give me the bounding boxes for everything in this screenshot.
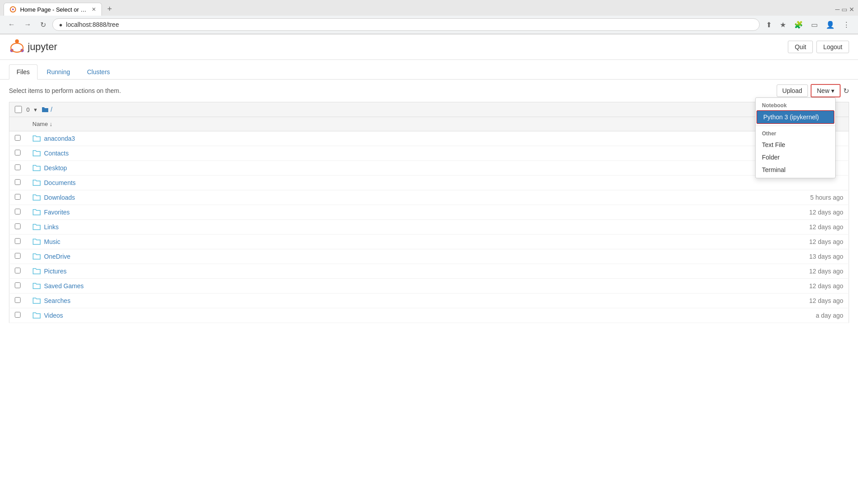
file-name: Links xyxy=(44,223,59,231)
jupyter-header-actions: Quit Logout xyxy=(788,41,849,53)
python3-option[interactable]: Python 3 (ipykernel) xyxy=(757,110,834,124)
dropdown-arrow[interactable]: ▾ xyxy=(34,106,37,113)
name-column-header[interactable]: Name ↓ xyxy=(27,117,699,131)
table-row: Music 12 days ago xyxy=(9,235,849,249)
text-file-option[interactable]: Text File xyxy=(756,139,835,151)
file-name-cell[interactable]: Documents xyxy=(33,179,694,186)
select-all-checkbox[interactable] xyxy=(15,106,22,113)
file-checkbox[interactable] xyxy=(15,238,21,244)
folder-breadcrumb-icon xyxy=(42,106,49,113)
file-name-cell[interactable]: Videos xyxy=(33,312,694,319)
jupyter-toolbar: Select items to perform actions on them.… xyxy=(0,80,858,102)
file-name: Videos xyxy=(44,312,63,319)
active-tab[interactable]: Home Page - Select or create a n ✕ xyxy=(4,3,102,16)
file-checkbox[interactable] xyxy=(15,150,21,155)
table-row: Desktop xyxy=(9,161,849,176)
folder-icon xyxy=(33,238,41,245)
new-button-arrow: ▾ xyxy=(831,87,834,94)
file-name-cell[interactable]: Favorites xyxy=(33,209,694,216)
new-button[interactable]: New ▾ xyxy=(811,84,841,97)
file-name-cell[interactable]: Desktop xyxy=(33,164,694,172)
file-checkbox[interactable] xyxy=(15,209,21,214)
file-name-cell[interactable]: Music xyxy=(33,238,694,245)
file-checkbox[interactable] xyxy=(15,253,21,259)
table-row: Downloads 5 hours ago xyxy=(9,190,849,205)
terminal-option[interactable]: Terminal xyxy=(756,164,835,176)
toolbar-right: Upload New ▾ ↻ Notebook Python 3 (ipyker… xyxy=(777,84,849,97)
minimize-button[interactable]: ─ xyxy=(835,6,840,13)
table-row: Searches 12 days ago xyxy=(9,294,849,308)
file-checkbox[interactable] xyxy=(15,194,21,200)
jupyter-logo: jupyter xyxy=(9,39,57,55)
folder-option[interactable]: Folder xyxy=(756,151,835,164)
folder-icon xyxy=(33,268,41,275)
file-checkbox[interactable] xyxy=(15,282,21,288)
file-name: anaconda3 xyxy=(44,135,75,142)
back-button[interactable]: ← xyxy=(5,19,18,30)
file-list-container: 0 ▾ / Name ↓ xyxy=(0,102,858,323)
file-checkbox[interactable] xyxy=(15,135,21,141)
file-name-cell[interactable]: Contacts xyxy=(33,150,694,157)
file-modified-time: 12 days ago xyxy=(699,235,849,249)
tab-files[interactable]: Files xyxy=(9,64,38,80)
file-name: Music xyxy=(44,238,61,245)
file-modified-time: 13 days ago xyxy=(699,249,849,264)
file-name: Saved Games xyxy=(44,282,84,290)
file-name-cell[interactable]: Saved Games xyxy=(33,282,694,290)
new-button-label: New xyxy=(817,87,829,94)
file-name-cell[interactable]: anaconda3 xyxy=(33,135,694,142)
folder-icon xyxy=(33,150,41,157)
refresh-files-button[interactable]: ↻ xyxy=(843,87,849,95)
file-modified-time: 5 hours ago xyxy=(699,190,849,205)
maximize-button[interactable]: ▭ xyxy=(841,6,847,13)
forward-button[interactable]: → xyxy=(21,19,34,30)
file-name-cell[interactable]: Links xyxy=(33,223,694,231)
file-name-cell[interactable]: Searches xyxy=(33,297,694,304)
file-checkbox[interactable] xyxy=(15,164,21,170)
tab-close-button[interactable]: ✕ xyxy=(92,6,96,13)
address-bar[interactable]: ● localhost:8888/tree xyxy=(52,18,760,31)
folder-icon xyxy=(33,282,41,290)
folder-icon xyxy=(33,164,41,172)
browser-controls: ← → ↻ ● localhost:8888/tree ⬆ ★ 🧩 ▭ 👤 ⋮ xyxy=(0,16,858,34)
sidebar-button[interactable]: ▭ xyxy=(808,19,820,31)
table-row: Documents xyxy=(9,176,849,190)
file-name-cell[interactable]: OneDrive xyxy=(33,253,694,260)
share-button[interactable]: ⬆ xyxy=(763,19,774,31)
file-list-body: anaconda3 Contacts Desktop Documents Dow… xyxy=(9,131,849,323)
lock-icon: ● xyxy=(59,21,63,28)
upload-button[interactable]: Upload xyxy=(777,84,808,97)
table-row: OneDrive 13 days ago xyxy=(9,249,849,264)
folder-icon xyxy=(33,209,41,216)
file-name-cell[interactable]: Pictures xyxy=(33,268,694,275)
table-row: Videos a day ago xyxy=(9,308,849,323)
tab-running[interactable]: Running xyxy=(39,64,78,79)
current-dir-breadcrumb[interactable]: / xyxy=(42,106,52,113)
quit-button[interactable]: Quit xyxy=(788,41,813,53)
jupyter-header: jupyter Quit Logout xyxy=(0,34,858,60)
tab-clusters[interactable]: Clusters xyxy=(80,64,118,79)
folder-icon xyxy=(33,135,41,142)
new-tab-button[interactable]: + xyxy=(104,3,116,16)
refresh-button[interactable]: ↻ xyxy=(38,19,49,31)
folder-icon xyxy=(33,194,41,201)
svg-point-2 xyxy=(15,39,19,43)
profile-button[interactable]: 👤 xyxy=(823,19,837,31)
bookmark-button[interactable]: ★ xyxy=(777,19,789,31)
close-window-button[interactable]: ✕ xyxy=(849,6,854,13)
extensions-button[interactable]: 🧩 xyxy=(791,19,806,31)
file-checkbox[interactable] xyxy=(15,312,21,318)
tab-title: Home Page - Select or create a n xyxy=(20,6,88,13)
file-checkbox[interactable] xyxy=(15,179,21,185)
file-modified-time: 12 days ago xyxy=(699,205,849,220)
menu-button[interactable]: ⋮ xyxy=(840,19,853,31)
file-modified-time: 12 days ago xyxy=(699,294,849,308)
file-checkbox[interactable] xyxy=(15,268,21,273)
file-name-cell[interactable]: Downloads xyxy=(33,194,694,201)
file-name: Documents xyxy=(44,179,76,186)
logout-button[interactable]: Logout xyxy=(816,41,849,53)
jupyter-tabs: Files Running Clusters xyxy=(0,60,858,80)
file-checkbox[interactable] xyxy=(15,223,21,229)
file-checkbox[interactable] xyxy=(15,297,21,303)
file-name: Searches xyxy=(44,297,71,304)
